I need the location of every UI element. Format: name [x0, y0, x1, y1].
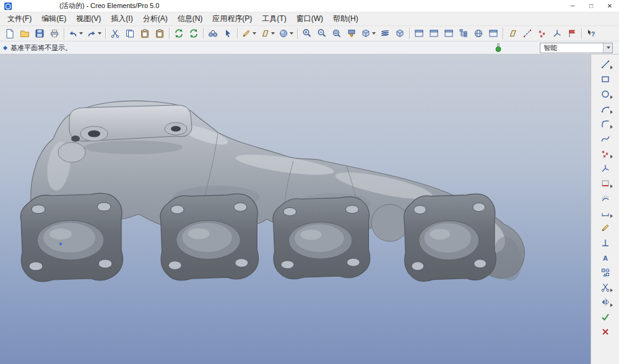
saved-views-dropdown-icon[interactable]: [372, 32, 376, 35]
window-controls: ─ □ ✕: [563, 0, 619, 12]
spline-tool-button[interactable]: [597, 131, 614, 146]
model-viewport[interactable]: [0, 54, 591, 364]
saved-views-button[interactable]: [359, 27, 378, 40]
flyout-arrow-icon[interactable]: [610, 66, 613, 69]
undo-dropdown-icon[interactable]: [79, 32, 83, 35]
exhaust-flange-4[interactable]: [404, 194, 496, 281]
menu-analysis[interactable]: 分析(A): [138, 12, 173, 25]
circle-tool-button[interactable]: [597, 87, 614, 102]
menu-file[interactable]: 文件(F): [2, 12, 37, 25]
render-style-dropdown-icon[interactable]: [290, 32, 293, 35]
exhaust-flange-2[interactable]: [160, 194, 259, 280]
menu-insert[interactable]: 插入(I): [106, 12, 137, 25]
datum-display-button[interactable]: [258, 27, 277, 40]
point-tool-button[interactable]: [597, 146, 614, 161]
coordinate-system-tool-button[interactable]: [597, 161, 614, 176]
main-toolbar: [0, 25, 619, 41]
use-edge-tool-button[interactable]: [597, 176, 614, 191]
menu-help[interactable]: 帮助(H): [328, 12, 363, 25]
minimize-button[interactable]: ─: [563, 0, 582, 12]
menu-tools[interactable]: 工具(T): [257, 12, 291, 25]
print-button[interactable]: [47, 27, 62, 40]
paste-button[interactable]: [137, 27, 152, 40]
flyout-arrow-icon[interactable]: [610, 184, 613, 188]
resize-window-button[interactable]: [486, 27, 501, 40]
save-button[interactable]: [32, 27, 47, 40]
palette-tool-button[interactable]: [597, 265, 614, 280]
layers-button[interactable]: [378, 27, 392, 40]
view-manager-button[interactable]: [392, 27, 407, 40]
datum-axis-toggle-button[interactable]: [520, 27, 535, 40]
message-text: 基准平面将不显示。: [11, 43, 72, 53]
new-file-button[interactable]: [2, 27, 17, 40]
cancel-tool-button[interactable]: [597, 324, 614, 339]
flyout-arrow-icon[interactable]: [610, 125, 613, 129]
exhaust-flange-3[interactable]: [273, 197, 370, 279]
model-display-button[interactable]: [240, 27, 258, 40]
dimension-tool-button[interactable]: [597, 206, 614, 220]
zoom-out-button[interactable]: [314, 27, 329, 40]
datum-point-toggle-button[interactable]: [535, 27, 550, 40]
toolbar-separator: [237, 28, 238, 39]
rectangle-tool-button[interactable]: [597, 72, 614, 87]
selection-filter[interactable]: 智能: [540, 43, 613, 53]
close-window-button[interactable]: [426, 27, 441, 40]
modify-tool-button[interactable]: [597, 220, 614, 235]
arc-tool-button[interactable]: [597, 102, 614, 116]
close-button[interactable]: ✕: [600, 0, 619, 12]
trim-tool-button[interactable]: [597, 280, 614, 295]
paste-special-button[interactable]: [152, 27, 167, 40]
model-tree-button[interactable]: [456, 27, 471, 40]
render-style-button[interactable]: [277, 27, 295, 40]
exhaust-flange-1[interactable]: [20, 193, 123, 282]
flyout-arrow-icon[interactable]: [610, 288, 613, 292]
toolbar-separator: [409, 28, 410, 39]
done-button[interactable]: [597, 310, 614, 324]
flyout-arrow-icon[interactable]: [610, 303, 613, 307]
constraint-tool-button[interactable]: [597, 235, 614, 250]
exhaust-manifold-model[interactable]: [0, 54, 591, 364]
selection-point: [59, 243, 62, 245]
custom-regenerate-button[interactable]: [186, 27, 201, 40]
menu-window[interactable]: 窗口(W): [292, 12, 328, 25]
browser-toggle-button[interactable]: [471, 27, 486, 40]
open-folder-button[interactable]: [17, 27, 32, 40]
select-items-button[interactable]: [220, 27, 235, 40]
chevron-down-icon: [607, 46, 610, 49]
main-area: [0, 54, 619, 364]
repaint-button[interactable]: [344, 27, 359, 40]
menu-view[interactable]: 视图(V): [71, 12, 106, 25]
menu-edit[interactable]: 编辑(E): [37, 12, 71, 25]
redo-dropdown-icon[interactable]: [98, 32, 102, 35]
datum-plane-toggle-button[interactable]: [505, 27, 520, 40]
maximize-button[interactable]: □: [582, 0, 600, 12]
datum-display-dropdown-icon[interactable]: [271, 32, 275, 35]
zoom-in-button[interactable]: [300, 27, 314, 40]
flyout-arrow-icon[interactable]: [610, 155, 613, 158]
line-tool-button[interactable]: [597, 57, 614, 72]
undo-button[interactable]: [66, 27, 85, 40]
find-button[interactable]: [206, 27, 220, 40]
menu-info[interactable]: 信息(N): [173, 12, 208, 25]
toolbar-separator: [581, 28, 582, 39]
context-help-button[interactable]: [584, 27, 599, 40]
mirror-tool-button[interactable]: [597, 295, 614, 310]
copy-button[interactable]: [123, 27, 137, 40]
new-window-button[interactable]: [412, 27, 426, 40]
text-tool-button[interactable]: [597, 250, 614, 265]
selection-filter-dropdown-button[interactable]: [603, 43, 612, 53]
flyout-arrow-icon[interactable]: [610, 110, 613, 114]
csys-toggle-button[interactable]: [550, 27, 565, 40]
redo-button[interactable]: [85, 27, 103, 40]
fillet-tool-button[interactable]: [597, 116, 614, 131]
flyout-arrow-icon[interactable]: [610, 95, 613, 99]
offset-edge-tool-button[interactable]: [597, 191, 614, 206]
annotation-toggle-button[interactable]: [565, 27, 579, 40]
model-display-dropdown-icon[interactable]: [253, 32, 256, 35]
refit-button[interactable]: [329, 27, 344, 40]
regenerate-button[interactable]: [171, 27, 186, 40]
menu-applications[interactable]: 应用程序(P): [207, 12, 257, 25]
flyout-arrow-icon[interactable]: [610, 214, 613, 218]
activate-window-button[interactable]: [441, 27, 456, 40]
cut-button[interactable]: [108, 27, 123, 40]
